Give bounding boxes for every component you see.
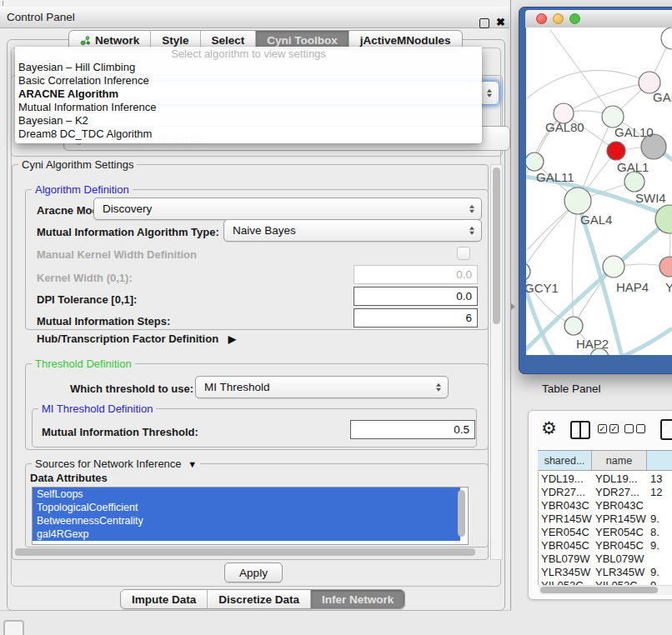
hub-definition-label: Hub/Transcription Factor Definition <box>37 332 218 345</box>
table-cell: YBR045C <box>595 539 644 552</box>
tab-infer-network[interactable]: Infer Network <box>310 590 404 608</box>
network-node-gal1[interactable] <box>607 142 625 160</box>
node-label: SWI4 <box>635 191 666 205</box>
deselect-all-columns-icon[interactable] <box>624 424 645 433</box>
gear-icon[interactable]: ⚙ <box>541 419 557 437</box>
node-label: Y <box>665 280 672 294</box>
table-cell: YDL19... <box>595 472 638 485</box>
threshold-definition-title: Threshold Definition <box>32 358 135 370</box>
sources-title-text: Sources for Network Inference <box>35 458 182 470</box>
mi-threshold-label: Mutual Information Threshold: <box>42 426 198 438</box>
attribute-item-topologicalcoefficient[interactable]: TopologicalCoefficient <box>33 501 460 514</box>
control-panel-titlebar: Control Panel ✖ <box>0 7 509 28</box>
float-window-icon[interactable] <box>479 18 489 28</box>
mi-threshold-definition-title: MI Threshold Definition <box>38 402 156 415</box>
tab-label: jActiveMNodules <box>360 34 451 47</box>
tab-discretize-data[interactable]: Discretize Data <box>207 590 310 608</box>
manual-kernel-checkbox[interactable] <box>457 247 470 260</box>
table-cell: YLR345W <box>541 566 590 578</box>
algorithm-option-mutual-information-inference[interactable]: Mutual Information Inference <box>15 101 482 114</box>
table-cell: 9. <box>650 579 659 585</box>
expanded-arrow-icon[interactable]: ▼ <box>188 459 197 469</box>
table-row[interactable]: YLR345WYLR345W9. <box>539 565 672 578</box>
network-node-hap2[interactable] <box>564 317 583 335</box>
apply-button[interactable]: Apply <box>224 562 283 582</box>
popup-prompt: Select algorithm to view settings <box>15 47 482 61</box>
columns-icon[interactable] <box>570 421 590 439</box>
table-row[interactable]: YDL19...YDL19...13 <box>539 472 672 485</box>
network-edge <box>624 328 672 355</box>
table-cell: YBR043C <box>541 499 589 512</box>
kernel-width-field[interactable]: 0.0 <box>354 265 478 284</box>
column-header-col2[interactable] <box>647 450 672 471</box>
settings-scrollbar[interactable] <box>490 164 503 560</box>
splitter-grip-icon[interactable] <box>3 1 3 6</box>
algorithm-option-bayesian-hill-climbing[interactable]: Bayesian – Hill Climbing <box>15 61 482 74</box>
network-node-hap4[interactable] <box>603 256 624 278</box>
network-graph: GALGAL80GAL10GAL1GAL11SWI4GAL4HAP4YGCY1H… <box>526 28 672 355</box>
data-attributes-label: Data Attributes <box>30 472 108 484</box>
zoom-traffic-light-icon[interactable] <box>569 13 580 24</box>
network-node-gal4[interactable] <box>564 188 591 214</box>
table-cell: 9. <box>650 566 659 578</box>
splitter-collapse-icon[interactable] <box>511 303 515 310</box>
close-traffic-light-icon[interactable] <box>536 13 547 24</box>
mi-threshold-field[interactable]: 0.5 <box>350 420 475 439</box>
mi-steps-field[interactable]: 6 <box>354 308 478 328</box>
table-options-icon[interactable] <box>660 419 672 440</box>
tab-impute-data[interactable]: Impute Data <box>121 590 207 608</box>
table-hscrollbar-thumb[interactable] <box>540 587 658 593</box>
settings-scrollbar-thumb[interactable] <box>493 168 500 324</box>
sources-group-title[interactable]: Sources for Network Inference ▼ <box>32 458 200 470</box>
panel-title: Control Panel <box>7 11 75 23</box>
settings-hscrollbar[interactable] <box>13 548 484 557</box>
table-row[interactable]: YIL052CYIL052C9. <box>539 578 672 585</box>
network-icon <box>80 35 91 46</box>
dpi-tolerance-field[interactable]: 0.0 <box>354 287 478 306</box>
table-row[interactable]: YDR27...YDR27...12 <box>539 485 672 498</box>
collapsed-arrow-icon[interactable]: ▶ <box>228 333 236 345</box>
network-node-swi4[interactable] <box>624 172 644 192</box>
table-row[interactable]: YBR045CYBR045C9. <box>539 538 672 552</box>
mi-algorithm-type-combobox[interactable]: Naive Bayes <box>223 219 482 242</box>
collapsed-panel-icon[interactable] <box>3 620 24 635</box>
network-node[interactable] <box>661 28 672 49</box>
table-cell: YPR145W <box>541 512 592 525</box>
table-row[interactable]: YBL079WYBL079W <box>539 552 672 565</box>
aracne-mode-combobox[interactable]: Discovery <box>93 198 482 220</box>
column-header-name[interactable]: name <box>592 450 647 471</box>
close-icon[interactable]: ✖ <box>496 16 505 28</box>
algorithm-option-basic-correlation-inference[interactable]: Basic Correlation Inference <box>15 74 482 88</box>
algorithm-option-dream8-dc-tdc-algorithm[interactable]: Dream8 DC_TDC Algorithm <box>15 128 482 141</box>
column-header-shared[interactable]: shared... <box>538 450 592 471</box>
which-threshold-combobox[interactable]: MI Threshold <box>195 376 449 398</box>
node-label: GAL4 <box>580 212 612 227</box>
data-attributes-list[interactable]: SelfLoopsTopologicalCoefficientBetweenne… <box>32 487 469 545</box>
cyni-toolbox-subtabs: Impute DataDiscretize DataInfer Network <box>120 589 405 609</box>
network-window-titlebar[interactable] <box>525 10 672 28</box>
hub-definition-toggle[interactable]: Hub/Transcription Factor Definition ▶ <box>37 332 236 345</box>
settings-hscrollbar-thumb[interactable] <box>15 548 475 556</box>
table-row[interactable]: YER054CYER054C8. <box>539 525 672 538</box>
select-all-columns-icon[interactable]: ✓ ✓ <box>598 424 619 433</box>
table-cell: YER054C <box>541 526 589 538</box>
table-cell: 13 <box>650 472 662 485</box>
which-threshold-value: MI Threshold <box>204 381 270 393</box>
attribute-item-betweennesscentrality[interactable]: BetweennessCentrality <box>33 514 460 528</box>
attributes-list-scrollbar-thumb[interactable] <box>458 490 465 537</box>
attribute-item-selfloops[interactable]: SelfLoops <box>33 488 460 501</box>
network-node-gal11[interactable] <box>526 152 544 171</box>
algorithm-option-aracne-algorithm[interactable]: ARACNE Algorithm <box>15 88 482 101</box>
network-canvas[interactable]: GALGAL80GAL10GAL1GAL11SWI4GAL4HAP4YGCY1H… <box>526 28 672 355</box>
table-row[interactable]: YPR145WYPR145W9. <box>539 512 672 525</box>
algorithm-option-bayesian-k2[interactable]: Bayesian – K2 <box>15 114 482 128</box>
minimize-traffic-light-icon[interactable] <box>553 13 564 24</box>
tab-label: Cyni Toolbox <box>267 34 338 47</box>
table-cell: YER054C <box>595 526 644 538</box>
network-node-gcy1[interactable] <box>526 262 530 281</box>
network-node-y[interactable] <box>659 257 672 277</box>
table-row[interactable]: YBR043CYBR043C <box>539 498 672 512</box>
table-cell: YPR145W <box>595 512 646 525</box>
table-cell: 9. <box>650 539 659 552</box>
attribute-item-gal4rgexp[interactable]: gal4RGexp <box>33 528 460 541</box>
